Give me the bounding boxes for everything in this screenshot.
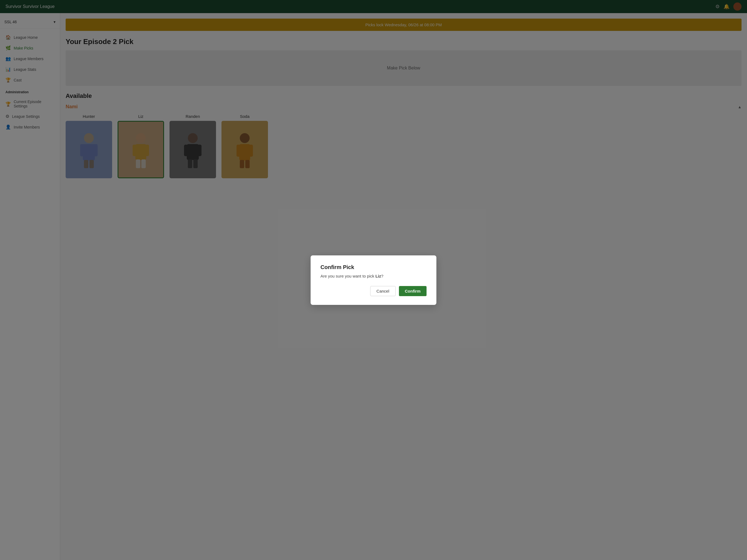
confirm-button[interactable]: Confirm <box>399 286 427 296</box>
modal-body: Are you sure you want to pick Liz? <box>320 274 427 278</box>
modal-body-suffix: ? <box>381 274 383 278</box>
confirm-modal: Confirm Pick Are you sure you want to pi… <box>311 255 436 305</box>
cancel-button[interactable]: Cancel <box>370 286 396 296</box>
modal-overlay: Confirm Pick Are you sure you want to pi… <box>0 0 747 560</box>
modal-pick-name: Liz <box>376 274 381 278</box>
modal-body-prefix: Are you sure you want to pick <box>320 274 376 278</box>
modal-title: Confirm Pick <box>320 264 427 271</box>
modal-actions: Cancel Confirm <box>320 286 427 296</box>
